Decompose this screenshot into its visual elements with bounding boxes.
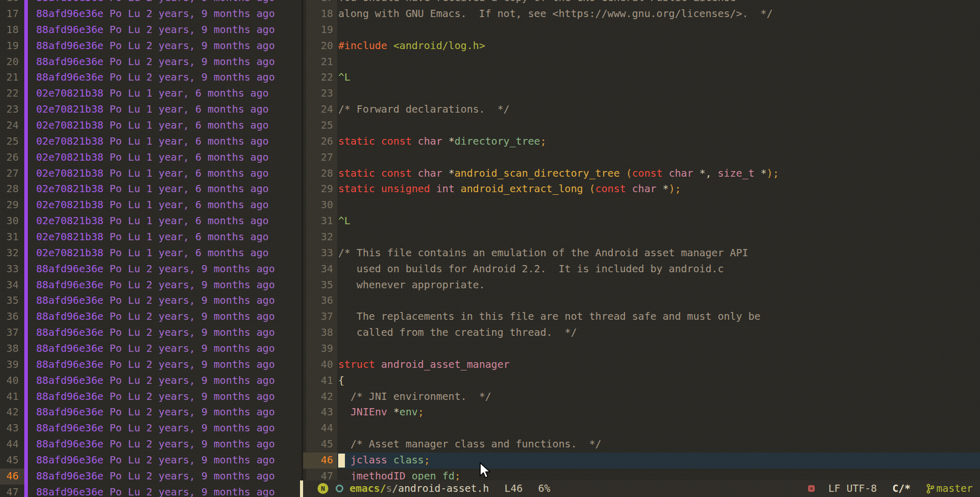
blame-commit-info[interactable]: 88afd96e36e Po Lu 2 years, 9 months ago xyxy=(36,453,275,469)
blame-commit-info[interactable]: 88afd96e36e Po Lu 2 years, 9 months ago xyxy=(36,309,275,325)
blame-row[interactable]: 4188afd96e36e Po Lu 2 years, 9 months ag… xyxy=(0,389,302,405)
blame-line-number[interactable]: 37 xyxy=(0,325,19,341)
blame-commit-info[interactable]: 88afd96e36e Po Lu 2 years, 9 months ago xyxy=(36,373,275,389)
blame-line-number[interactable]: 32 xyxy=(0,245,19,261)
code-line-number[interactable]: 24 xyxy=(303,102,333,118)
encoding-indicator[interactable]: UTF-8 xyxy=(847,481,877,497)
blame-commit-info[interactable]: 88afd96e36e Po Lu 2 years, 9 months ago xyxy=(36,341,275,357)
blame-line-number[interactable]: 38 xyxy=(0,341,19,357)
eol-indicator[interactable]: LF xyxy=(828,481,840,497)
commit-hash[interactable]: 02e70821b38 xyxy=(36,247,103,259)
blame-row[interactable]: 2802e70821b38 Po Lu 1 year, 6 months ago xyxy=(0,181,302,197)
code-line[interactable]: 24/* Forward declarations. */ xyxy=(303,102,980,118)
blame-commit-info[interactable]: 02e70821b38 Po Lu 1 year, 6 months ago xyxy=(36,213,268,229)
commit-hash[interactable]: 88afd96e36e xyxy=(36,294,103,306)
commit-hash[interactable]: 02e70821b38 xyxy=(36,183,103,195)
code-line-number[interactable]: 21 xyxy=(303,54,333,70)
breadcrumb-filename[interactable]: android-asset.h xyxy=(398,481,489,497)
code-text[interactable]: static const char *android_scan_director… xyxy=(333,166,779,182)
code-line-number[interactable]: 26 xyxy=(303,134,333,150)
blame-commit-info[interactable]: 88afd96e36e Po Lu 2 years, 9 months ago xyxy=(36,261,275,277)
blame-row[interactable]: 2602e70821b38 Po Lu 1 year, 6 months ago xyxy=(0,150,302,166)
code-line-number[interactable]: 39 xyxy=(303,341,333,357)
blame-commit-info[interactable]: 02e70821b38 Po Lu 1 year, 6 months ago xyxy=(36,166,268,182)
blame-line-number[interactable]: 36 xyxy=(0,309,19,325)
code-text[interactable] xyxy=(333,118,338,134)
code-line[interactable]: 23 xyxy=(303,86,980,102)
blame-commit-info[interactable]: 88afd96e36e Po Lu 2 years, 9 months ago xyxy=(36,22,275,38)
commit-hash[interactable]: 88afd96e36e xyxy=(36,40,103,52)
commit-hash[interactable]: 88afd96e36e xyxy=(36,486,103,497)
commit-hash[interactable]: 88afd96e36e xyxy=(36,375,103,386)
commit-hash[interactable]: 02e70821b38 xyxy=(36,231,103,243)
code-text[interactable] xyxy=(333,54,338,70)
blame-commit-info[interactable]: 02e70821b38 Po Lu 1 year, 6 months ago xyxy=(36,181,268,197)
code-line-number[interactable]: 34 xyxy=(303,261,333,277)
blame-row[interactable]: 2702e70821b38 Po Lu 1 year, 6 months ago xyxy=(0,166,302,182)
blame-row[interactable]: 4688afd96e36e Po Lu 2 years, 9 months ag… xyxy=(0,469,302,485)
blame-commit-info[interactable]: 88afd96e36e Po Lu 2 years, 9 months ago xyxy=(36,70,275,86)
blame-row[interactable]: 3588afd96e36e Po Lu 2 years, 9 months ag… xyxy=(0,293,302,309)
code-text[interactable] xyxy=(333,293,338,309)
commit-hash[interactable]: 02e70821b38 xyxy=(36,87,103,99)
blame-row[interactable]: 2202e70821b38 Po Lu 1 year, 6 months ago xyxy=(0,86,302,102)
code-text[interactable]: The replacements in this file are not th… xyxy=(333,309,761,325)
code-line[interactable]: 33/* This file contains an emulation of … xyxy=(303,245,980,261)
blame-row[interactable]: 3388afd96e36e Po Lu 2 years, 9 months ag… xyxy=(0,261,302,277)
window-divider[interactable] xyxy=(302,0,303,480)
blame-commit-info[interactable]: 02e70821b38 Po Lu 1 year, 6 months ago xyxy=(36,229,268,245)
code-line-number[interactable]: 28 xyxy=(303,166,333,182)
blame-commit-info[interactable]: 88afd96e36e Po Lu 2 years, 9 months ago xyxy=(36,421,275,437)
code-text[interactable]: jclass class; xyxy=(333,453,430,469)
blame-commit-info[interactable]: 88afd96e36e Po Lu 2 years, 9 months ago xyxy=(36,38,275,54)
blame-row[interactable]: 4588afd96e36e Po Lu 2 years, 9 months ag… xyxy=(0,453,302,469)
git-branch-indicator[interactable]: master xyxy=(926,481,973,497)
commit-hash[interactable]: 88afd96e36e xyxy=(36,391,103,402)
blame-line-number[interactable]: 27 xyxy=(0,166,19,182)
code-line-number[interactable]: 17 xyxy=(303,0,333,6)
blame-commit-info[interactable]: 88afd96e36e Po Lu 2 years, 9 months ago xyxy=(36,325,275,341)
commit-hash[interactable]: 88afd96e36e xyxy=(36,454,103,466)
blame-commit-info[interactable]: 02e70821b38 Po Lu 1 year, 6 months ago xyxy=(36,118,268,134)
blame-row[interactable]: 2902e70821b38 Po Lu 1 year, 6 months ago xyxy=(0,197,302,213)
code-line-number[interactable]: 27 xyxy=(303,150,333,166)
blame-line-number[interactable]: 19 xyxy=(0,38,19,54)
blame-commit-info[interactable]: 88afd96e36e Po Lu 2 years, 9 months ago xyxy=(36,357,275,373)
blame-line-number[interactable]: 16 xyxy=(0,0,19,6)
code-line-number[interactable]: 37 xyxy=(303,309,333,325)
code-line-number[interactable]: 32 xyxy=(303,229,333,245)
code-pane[interactable]: 17You should have received a copy of the… xyxy=(303,0,980,480)
commit-hash[interactable]: 88afd96e36e xyxy=(36,279,103,291)
code-line-number[interactable]: 44 xyxy=(303,421,333,437)
code-line[interactable]: 36 xyxy=(303,293,980,309)
code-line-number[interactable]: 20 xyxy=(303,38,333,54)
code-line-number[interactable]: 29 xyxy=(303,181,333,197)
code-text[interactable]: /* This file contains an emulation of th… xyxy=(333,245,748,261)
code-text[interactable] xyxy=(333,421,338,437)
code-line[interactable]: 42 /* JNI environment. */ xyxy=(303,389,980,405)
blame-row[interactable]: 2088afd96e36e Po Lu 2 years, 9 months ag… xyxy=(0,54,302,70)
code-text[interactable] xyxy=(333,341,338,357)
code-text[interactable]: /* JNI environment. */ xyxy=(333,389,491,405)
blame-row[interactable]: 3988afd96e36e Po Lu 2 years, 9 months ag… xyxy=(0,357,302,373)
breadcrumb-project[interactable]: emacs/ xyxy=(350,481,386,497)
code-line[interactable]: 41{ xyxy=(303,373,980,389)
blame-commit-info[interactable]: 88afd96e36e Po Lu 2 years, 9 months ago xyxy=(36,389,275,405)
blame-commit-info[interactable]: 02e70821b38 Po Lu 1 year, 6 months ago xyxy=(36,102,268,118)
blame-line-number[interactable]: 26 xyxy=(0,150,19,166)
blame-line-number[interactable]: 46 xyxy=(0,469,19,485)
blame-row[interactable]: 3488afd96e36e Po Lu 2 years, 9 months ag… xyxy=(0,277,302,293)
code-line-number[interactable]: 33 xyxy=(303,245,333,261)
blame-row[interactable]: 4788afd96e36e Po Lu 2 years, 9 months ag… xyxy=(0,485,302,497)
blame-line-number[interactable]: 21 xyxy=(0,70,19,86)
code-text[interactable]: JNIEnv *env; xyxy=(333,405,424,421)
checker-status-icon[interactable] xyxy=(808,485,815,492)
code-line[interactable]: 28static const char *android_scan_direct… xyxy=(303,166,980,182)
blame-row[interactable]: 3888afd96e36e Po Lu 2 years, 9 months ag… xyxy=(0,341,302,357)
code-line-number[interactable]: 47 xyxy=(303,469,333,480)
code-text[interactable] xyxy=(333,150,338,166)
code-line[interactable]: 32 xyxy=(303,229,980,245)
blame-line-number[interactable]: 40 xyxy=(0,373,19,389)
code-line-number[interactable]: 40 xyxy=(303,357,333,373)
code-text[interactable]: called from the creating thread. */ xyxy=(333,325,577,341)
